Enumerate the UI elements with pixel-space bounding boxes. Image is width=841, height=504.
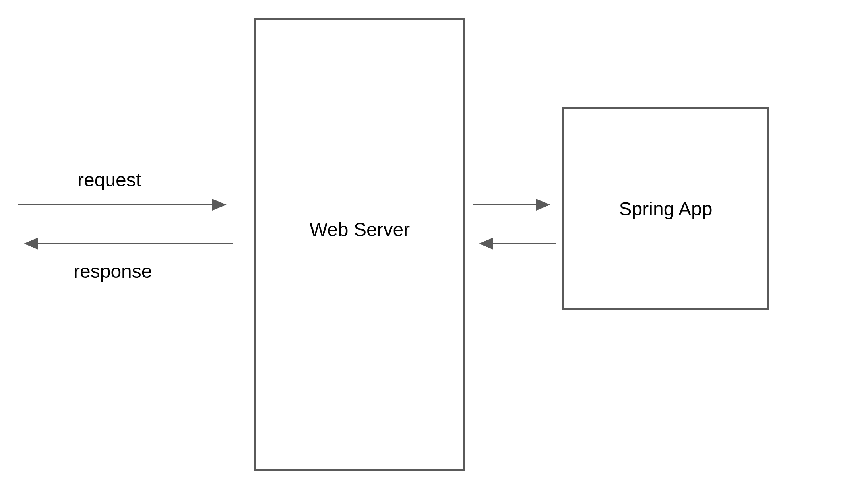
web-server-label: Web Server (256, 219, 463, 240)
spring-app-node: Spring App (562, 107, 769, 310)
request-edge-label: request (78, 169, 141, 191)
web-server-node: Web Server (254, 18, 465, 471)
arrow-response-icon (18, 238, 233, 250)
spring-app-label: Spring App (619, 198, 713, 220)
response-edge-label: response (74, 260, 152, 282)
architecture-diagram: Web Server Spring App request response (0, 0, 841, 504)
arrow-from-spring-icon (473, 238, 556, 250)
arrow-request-icon (18, 199, 233, 211)
arrow-to-spring-icon (473, 199, 556, 211)
